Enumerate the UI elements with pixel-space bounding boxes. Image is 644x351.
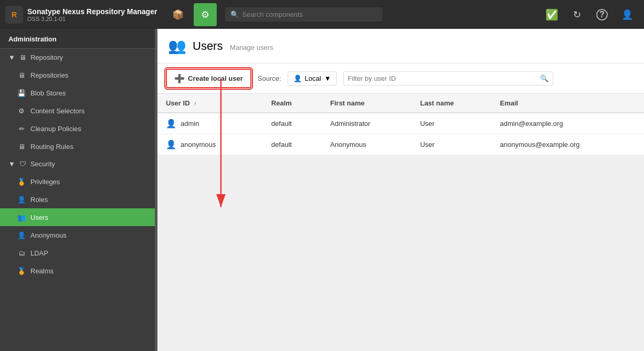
table-header-row: User ID ↑ Realm First name Last name xyxy=(157,94,644,113)
sidebar-item-repositories[interactable]: 🖥 Repositories xyxy=(0,66,157,84)
help-icon: ? xyxy=(596,9,608,20)
search-bar: 🔍 xyxy=(225,7,383,22)
main-content: 👥 Users Manage users ➕ Create local user… xyxy=(157,29,644,351)
col-realm[interactable]: Realm xyxy=(263,94,322,113)
sidebar-item-label: Routing Rules xyxy=(30,143,73,151)
blob-stores-icon: 💾 xyxy=(17,88,26,98)
cell-last-name: User xyxy=(411,134,491,155)
users-table: User ID ↑ Realm First name Last name xyxy=(157,94,644,155)
source-label: Source: xyxy=(258,75,281,82)
sidebar-item-privileges[interactable]: 🏅 Privileges xyxy=(0,173,157,190)
sidebar-item-ldap[interactable]: 🗂 LDAP xyxy=(0,244,157,262)
filter-user-id-input[interactable] xyxy=(348,75,537,82)
app-version: OSS 3.20.1-01 xyxy=(27,16,157,22)
page-header-text: Users Manage users xyxy=(193,39,273,53)
sidebar-item-label: Users xyxy=(30,214,48,221)
sidebar-item-label: Roles xyxy=(30,196,48,204)
anonymous-icon: 👤 xyxy=(17,230,26,240)
sidebar-item-content-selectors[interactable]: ⚙ Content Selectors xyxy=(0,102,157,120)
users-icon: 👥 xyxy=(17,212,26,222)
security-group-icon: 🛡 xyxy=(19,160,26,168)
sort-icon: ↑ xyxy=(194,100,197,107)
packages-button[interactable]: 📦 xyxy=(166,3,189,26)
topbar: R Sonatype Nexus Repository Manager OSS … xyxy=(0,0,644,29)
sidebar-item-label: Content Selectors xyxy=(30,107,85,115)
sidebar-item-cleanup-policies[interactable]: ✏ Cleanup Policies xyxy=(0,120,157,137)
repositories-icon: 🖥 xyxy=(17,70,26,80)
privileges-icon: 🏅 xyxy=(17,177,26,186)
cell-user-id: 👤anonymous xyxy=(157,134,263,155)
app-title: Sonatype Nexus Repository Manager OSS 3.… xyxy=(27,7,157,22)
cell-first-name: Anonymous xyxy=(322,134,411,155)
sidebar-group-repository[interactable]: ▼ 🖥 Repository xyxy=(0,49,157,66)
realms-icon: 🏅 xyxy=(17,266,26,275)
topbar-right: ✅ ↻ ? 👤 xyxy=(540,3,639,26)
cell-first-name: Administrator xyxy=(322,113,411,134)
repository-group-icon: 🖥 xyxy=(19,54,26,61)
refresh-icon: ↻ xyxy=(573,9,581,20)
sidebar-item-anonymous[interactable]: 👤 Anonymous xyxy=(0,226,157,244)
sidebar-item-label: LDAP xyxy=(30,249,48,257)
plus-icon: ➕ xyxy=(174,73,185,83)
sidebar-group-security[interactable]: ▼ 🛡 Security xyxy=(0,155,157,173)
create-local-user-button[interactable]: ➕ Create local user xyxy=(166,69,251,88)
refresh-button[interactable]: ↻ xyxy=(565,3,588,26)
sidebar-item-label: Blob Stores xyxy=(30,89,66,97)
help-button[interactable]: ? xyxy=(590,3,614,26)
roles-icon: 👤 xyxy=(17,195,26,204)
sidebar-item-label: Realms xyxy=(30,267,54,275)
main-layout: Administration ▼ 🖥 Repository 🖥 Reposito… xyxy=(0,29,644,351)
routing-rules-icon: 🖥 xyxy=(17,142,26,151)
cell-email: anonymous@example.org xyxy=(492,134,644,155)
user-account-icon: 👤 xyxy=(621,9,633,20)
sidebar-item-roles[interactable]: 👤 Roles xyxy=(0,190,157,208)
col-first-name[interactable]: First name xyxy=(322,94,411,113)
sidebar-item-routing-rules[interactable]: 🖥 Routing Rules xyxy=(0,137,157,155)
col-last-name[interactable]: Last name xyxy=(411,94,491,113)
settings-button[interactable]: ⚙ xyxy=(194,3,217,26)
cell-user-id: 👤admin xyxy=(157,113,263,134)
security-group-label: Security xyxy=(30,160,55,168)
filter-search-icon: 🔍 xyxy=(540,75,548,82)
sidebar-item-label: Cleanup Policies xyxy=(30,125,81,133)
cell-realm: default xyxy=(263,113,322,134)
search-icon: 🔍 xyxy=(230,10,239,18)
app-name: Sonatype Nexus Repository Manager xyxy=(27,7,157,16)
app-logo: R xyxy=(5,6,23,24)
chevron-down-icon: ▼ xyxy=(8,54,15,61)
table-row[interactable]: 👤admindefaultAdministratorUseradmin@exam… xyxy=(157,113,644,134)
user-row-icon: 👤 xyxy=(166,119,176,129)
sidebar-item-realms[interactable]: 🏅 Realms xyxy=(0,262,157,280)
content-selectors-icon: ⚙ xyxy=(17,106,26,115)
box-icon: 📦 xyxy=(172,9,184,20)
page-header-icon: 👥 xyxy=(168,37,186,55)
table-row[interactable]: 👤anonymousdefaultAnonymousUseranonymous@… xyxy=(157,134,644,155)
gear-icon: ⚙ xyxy=(201,9,209,20)
status-icon: ✅ xyxy=(545,8,558,21)
sidebar-item-label: Repositories xyxy=(30,71,68,79)
source-dropdown-value: Local xyxy=(305,75,321,82)
page-subtitle: Manage users xyxy=(230,44,273,51)
cell-last-name: User xyxy=(411,113,491,134)
source-dropdown-icon: 👤 xyxy=(293,75,302,82)
sidebar: Administration ▼ 🖥 Repository 🖥 Reposito… xyxy=(0,29,157,351)
sidebar-item-users[interactable]: 👥 Users xyxy=(0,208,157,226)
col-user-id[interactable]: User ID ↑ xyxy=(157,94,263,113)
cell-realm: default xyxy=(263,134,322,155)
cell-email: admin@example.org xyxy=(492,113,644,134)
page-title: Users xyxy=(193,39,223,52)
filter-input-wrapper: 🔍 xyxy=(343,71,553,86)
user-row-icon: 👤 xyxy=(166,140,176,150)
cleanup-policies-icon: ✏ xyxy=(17,124,26,133)
user-button[interactable]: 👤 xyxy=(616,3,639,26)
create-button-label: Create local user xyxy=(188,75,243,82)
status-button[interactable]: ✅ xyxy=(540,3,563,26)
toolbar: ➕ Create local user Source: 👤 Local ▼ 🔍 xyxy=(157,63,644,94)
source-dropdown[interactable]: 👤 Local ▼ xyxy=(288,71,337,86)
col-email[interactable]: Email xyxy=(492,94,644,113)
search-input[interactable] xyxy=(242,10,377,18)
page-header: 👥 Users Manage users xyxy=(157,29,644,63)
dropdown-chevron-icon: ▼ xyxy=(324,75,331,82)
sidebar-item-label: Privileges xyxy=(30,178,60,186)
sidebar-item-blob-stores[interactable]: 💾 Blob Stores xyxy=(0,84,157,102)
